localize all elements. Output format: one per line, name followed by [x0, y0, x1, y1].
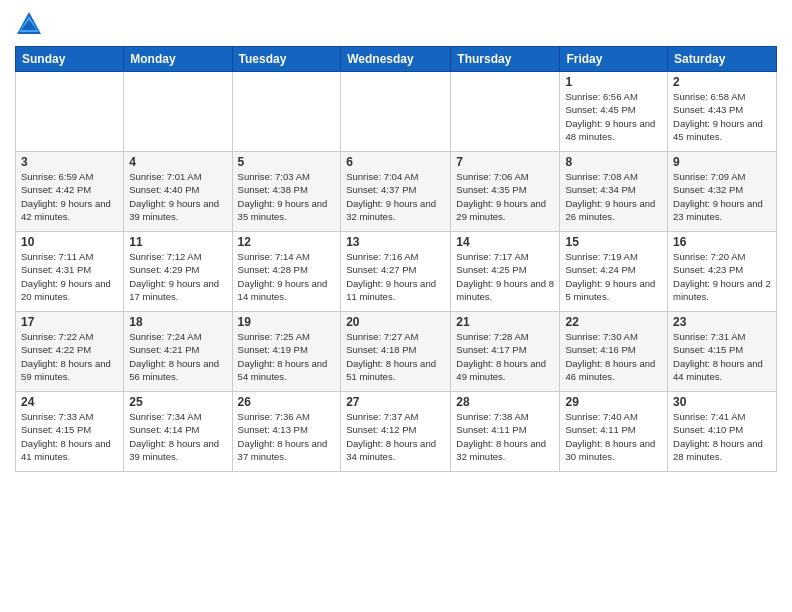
day-info: Sunrise: 7:30 AM Sunset: 4:16 PM Dayligh…: [565, 330, 662, 383]
calendar-cell: 19Sunrise: 7:25 AM Sunset: 4:19 PM Dayli…: [232, 312, 341, 392]
calendar-cell: 30Sunrise: 7:41 AM Sunset: 4:10 PM Dayli…: [668, 392, 777, 472]
page: SundayMondayTuesdayWednesdayThursdayFrid…: [0, 0, 792, 612]
day-info: Sunrise: 7:34 AM Sunset: 4:14 PM Dayligh…: [129, 410, 226, 463]
day-info: Sunrise: 7:09 AM Sunset: 4:32 PM Dayligh…: [673, 170, 771, 223]
day-number: 29: [565, 395, 662, 409]
calendar-cell: 28Sunrise: 7:38 AM Sunset: 4:11 PM Dayli…: [451, 392, 560, 472]
day-info: Sunrise: 7:31 AM Sunset: 4:15 PM Dayligh…: [673, 330, 771, 383]
calendar-cell: 14Sunrise: 7:17 AM Sunset: 4:25 PM Dayli…: [451, 232, 560, 312]
calendar-week-1: 3Sunrise: 6:59 AM Sunset: 4:42 PM Daylig…: [16, 152, 777, 232]
calendar-cell: 5Sunrise: 7:03 AM Sunset: 4:38 PM Daylig…: [232, 152, 341, 232]
calendar-cell: 24Sunrise: 7:33 AM Sunset: 4:15 PM Dayli…: [16, 392, 124, 472]
calendar-header-tuesday: Tuesday: [232, 47, 341, 72]
day-info: Sunrise: 7:06 AM Sunset: 4:35 PM Dayligh…: [456, 170, 554, 223]
calendar-header-monday: Monday: [124, 47, 232, 72]
day-number: 27: [346, 395, 445, 409]
day-number: 24: [21, 395, 118, 409]
day-info: Sunrise: 7:22 AM Sunset: 4:22 PM Dayligh…: [21, 330, 118, 383]
day-info: Sunrise: 7:38 AM Sunset: 4:11 PM Dayligh…: [456, 410, 554, 463]
calendar-header-row: SundayMondayTuesdayWednesdayThursdayFrid…: [16, 47, 777, 72]
logo-icon: [15, 10, 43, 38]
day-info: Sunrise: 7:14 AM Sunset: 4:28 PM Dayligh…: [238, 250, 336, 303]
calendar-cell: 12Sunrise: 7:14 AM Sunset: 4:28 PM Dayli…: [232, 232, 341, 312]
day-number: 8: [565, 155, 662, 169]
calendar-header-friday: Friday: [560, 47, 668, 72]
calendar-cell: 10Sunrise: 7:11 AM Sunset: 4:31 PM Dayli…: [16, 232, 124, 312]
day-info: Sunrise: 7:19 AM Sunset: 4:24 PM Dayligh…: [565, 250, 662, 303]
header: [15, 10, 777, 38]
calendar-cell: 8Sunrise: 7:08 AM Sunset: 4:34 PM Daylig…: [560, 152, 668, 232]
calendar-cell: 15Sunrise: 7:19 AM Sunset: 4:24 PM Dayli…: [560, 232, 668, 312]
calendar-cell: 6Sunrise: 7:04 AM Sunset: 4:37 PM Daylig…: [341, 152, 451, 232]
day-info: Sunrise: 7:03 AM Sunset: 4:38 PM Dayligh…: [238, 170, 336, 223]
calendar-cell: 29Sunrise: 7:40 AM Sunset: 4:11 PM Dayli…: [560, 392, 668, 472]
day-info: Sunrise: 7:01 AM Sunset: 4:40 PM Dayligh…: [129, 170, 226, 223]
day-number: 7: [456, 155, 554, 169]
day-info: Sunrise: 6:56 AM Sunset: 4:45 PM Dayligh…: [565, 90, 662, 143]
calendar-cell: [451, 72, 560, 152]
calendar-cell: [232, 72, 341, 152]
calendar-cell: [124, 72, 232, 152]
day-number: 3: [21, 155, 118, 169]
calendar-header-saturday: Saturday: [668, 47, 777, 72]
day-info: Sunrise: 7:25 AM Sunset: 4:19 PM Dayligh…: [238, 330, 336, 383]
day-info: Sunrise: 6:58 AM Sunset: 4:43 PM Dayligh…: [673, 90, 771, 143]
day-info: Sunrise: 7:40 AM Sunset: 4:11 PM Dayligh…: [565, 410, 662, 463]
calendar: SundayMondayTuesdayWednesdayThursdayFrid…: [15, 46, 777, 472]
day-number: 1: [565, 75, 662, 89]
calendar-cell: 7Sunrise: 7:06 AM Sunset: 4:35 PM Daylig…: [451, 152, 560, 232]
day-info: Sunrise: 7:04 AM Sunset: 4:37 PM Dayligh…: [346, 170, 445, 223]
day-number: 6: [346, 155, 445, 169]
calendar-cell: 11Sunrise: 7:12 AM Sunset: 4:29 PM Dayli…: [124, 232, 232, 312]
day-number: 9: [673, 155, 771, 169]
day-info: Sunrise: 7:08 AM Sunset: 4:34 PM Dayligh…: [565, 170, 662, 223]
calendar-cell: 25Sunrise: 7:34 AM Sunset: 4:14 PM Dayli…: [124, 392, 232, 472]
calendar-cell: 20Sunrise: 7:27 AM Sunset: 4:18 PM Dayli…: [341, 312, 451, 392]
day-number: 20: [346, 315, 445, 329]
day-info: Sunrise: 6:59 AM Sunset: 4:42 PM Dayligh…: [21, 170, 118, 223]
day-number: 17: [21, 315, 118, 329]
day-info: Sunrise: 7:27 AM Sunset: 4:18 PM Dayligh…: [346, 330, 445, 383]
day-number: 4: [129, 155, 226, 169]
day-number: 5: [238, 155, 336, 169]
day-info: Sunrise: 7:24 AM Sunset: 4:21 PM Dayligh…: [129, 330, 226, 383]
calendar-cell: [341, 72, 451, 152]
day-number: 26: [238, 395, 336, 409]
calendar-cell: 4Sunrise: 7:01 AM Sunset: 4:40 PM Daylig…: [124, 152, 232, 232]
day-info: Sunrise: 7:33 AM Sunset: 4:15 PM Dayligh…: [21, 410, 118, 463]
day-number: 10: [21, 235, 118, 249]
calendar-cell: 22Sunrise: 7:30 AM Sunset: 4:16 PM Dayli…: [560, 312, 668, 392]
calendar-cell: 16Sunrise: 7:20 AM Sunset: 4:23 PM Dayli…: [668, 232, 777, 312]
calendar-cell: 13Sunrise: 7:16 AM Sunset: 4:27 PM Dayli…: [341, 232, 451, 312]
calendar-cell: 26Sunrise: 7:36 AM Sunset: 4:13 PM Dayli…: [232, 392, 341, 472]
calendar-header-wednesday: Wednesday: [341, 47, 451, 72]
day-info: Sunrise: 7:11 AM Sunset: 4:31 PM Dayligh…: [21, 250, 118, 303]
calendar-week-4: 24Sunrise: 7:33 AM Sunset: 4:15 PM Dayli…: [16, 392, 777, 472]
day-number: 25: [129, 395, 226, 409]
calendar-cell: 3Sunrise: 6:59 AM Sunset: 4:42 PM Daylig…: [16, 152, 124, 232]
day-number: 15: [565, 235, 662, 249]
calendar-week-0: 1Sunrise: 6:56 AM Sunset: 4:45 PM Daylig…: [16, 72, 777, 152]
day-number: 18: [129, 315, 226, 329]
day-number: 23: [673, 315, 771, 329]
day-number: 16: [673, 235, 771, 249]
day-info: Sunrise: 7:37 AM Sunset: 4:12 PM Dayligh…: [346, 410, 445, 463]
day-number: 21: [456, 315, 554, 329]
calendar-cell: 23Sunrise: 7:31 AM Sunset: 4:15 PM Dayli…: [668, 312, 777, 392]
calendar-cell: 18Sunrise: 7:24 AM Sunset: 4:21 PM Dayli…: [124, 312, 232, 392]
calendar-cell: 17Sunrise: 7:22 AM Sunset: 4:22 PM Dayli…: [16, 312, 124, 392]
day-number: 28: [456, 395, 554, 409]
day-number: 19: [238, 315, 336, 329]
day-info: Sunrise: 7:12 AM Sunset: 4:29 PM Dayligh…: [129, 250, 226, 303]
day-number: 30: [673, 395, 771, 409]
calendar-week-3: 17Sunrise: 7:22 AM Sunset: 4:22 PM Dayli…: [16, 312, 777, 392]
day-info: Sunrise: 7:28 AM Sunset: 4:17 PM Dayligh…: [456, 330, 554, 383]
calendar-cell: 1Sunrise: 6:56 AM Sunset: 4:45 PM Daylig…: [560, 72, 668, 152]
day-info: Sunrise: 7:17 AM Sunset: 4:25 PM Dayligh…: [456, 250, 554, 303]
calendar-header-thursday: Thursday: [451, 47, 560, 72]
calendar-cell: 21Sunrise: 7:28 AM Sunset: 4:17 PM Dayli…: [451, 312, 560, 392]
day-number: 12: [238, 235, 336, 249]
logo: [15, 10, 47, 38]
calendar-header-sunday: Sunday: [16, 47, 124, 72]
calendar-cell: 2Sunrise: 6:58 AM Sunset: 4:43 PM Daylig…: [668, 72, 777, 152]
